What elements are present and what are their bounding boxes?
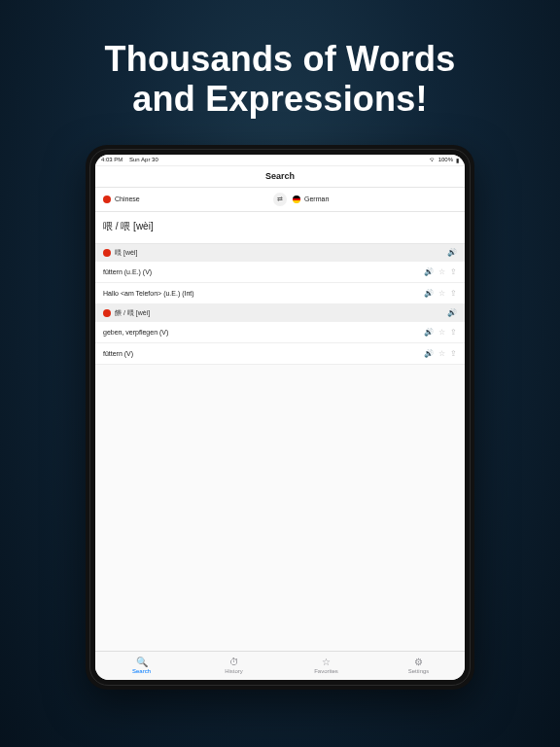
result-text: füttern (V) bbox=[103, 350, 424, 357]
star-icon: ☆ bbox=[322, 658, 331, 667]
app-screen: 4:03 PM Sun Apr 30 ᯤ 100% ▮ Search Chine… bbox=[95, 155, 465, 680]
tab-bar: 🔍 Search ⏱ History ☆ Favorites ⚙ Setting… bbox=[95, 651, 465, 680]
speaker-icon[interactable]: 🔊 bbox=[447, 248, 457, 257]
gear-icon: ⚙ bbox=[414, 658, 423, 667]
tab-search[interactable]: 🔍 Search bbox=[95, 652, 188, 680]
result-row[interactable]: geben, verpflegen (V) 🔊 ☆ ⇪ bbox=[95, 322, 465, 343]
star-icon[interactable]: ☆ bbox=[438, 349, 445, 358]
result-row[interactable]: füttern (u.E.) (V) 🔊 ☆ ⇪ bbox=[95, 262, 465, 283]
search-icon: 🔍 bbox=[136, 658, 148, 667]
flag-cn-icon bbox=[103, 309, 111, 317]
speaker-icon[interactable]: 🔊 bbox=[424, 349, 434, 358]
hero-line2: and Expressions! bbox=[29, 79, 531, 119]
section-title: 喂 [wèi] bbox=[115, 248, 137, 258]
lang-to[interactable]: German bbox=[293, 196, 457, 203]
share-icon[interactable]: ⇪ bbox=[450, 349, 457, 358]
result-section-header: 喂 [wèi] 🔊 bbox=[95, 244, 465, 262]
tab-label: Favorites bbox=[314, 668, 338, 674]
result-text: Hallo <am Telefon> (u.E.) (Int) bbox=[103, 290, 424, 297]
status-date: Sun Apr 30 bbox=[129, 157, 158, 162]
share-icon[interactable]: ⇪ bbox=[450, 289, 457, 298]
tab-label: History bbox=[225, 668, 243, 674]
speaker-icon[interactable]: 🔊 bbox=[424, 267, 434, 276]
swap-languages-button[interactable]: ⇄ bbox=[273, 193, 287, 206]
speaker-icon[interactable]: 🔊 bbox=[447, 308, 457, 317]
history-icon: ⏱ bbox=[229, 658, 239, 667]
star-icon[interactable]: ☆ bbox=[438, 267, 445, 276]
tab-label: Search bbox=[132, 668, 151, 674]
lang-to-label: German bbox=[304, 196, 329, 202]
swap-icon: ⇄ bbox=[277, 196, 283, 203]
hero-line1: Thousands of Words bbox=[29, 39, 531, 79]
result-row[interactable]: Hallo <am Telefon> (u.E.) (Int) 🔊 ☆ ⇪ bbox=[95, 283, 465, 304]
battery-icon: ▮ bbox=[456, 157, 459, 163]
wifi-icon: ᯤ bbox=[430, 157, 436, 162]
result-row[interactable]: füttern (V) 🔊 ☆ ⇪ bbox=[95, 343, 465, 365]
results-list: 喂 [wèi] 🔊 füttern (u.E.) (V) 🔊 ☆ ⇪ Hallo… bbox=[95, 244, 465, 651]
result-text: füttern (u.E.) (V) bbox=[103, 268, 424, 275]
tab-history[interactable]: ⏱ History bbox=[188, 652, 280, 680]
speaker-icon[interactable]: 🔊 bbox=[424, 289, 434, 298]
search-term-text: 喂 / 喂 [wèi] bbox=[103, 221, 154, 231]
battery-label: 100% bbox=[438, 157, 453, 162]
result-section-header: 餵 / 喂 [wèi] 🔊 bbox=[95, 304, 465, 322]
share-icon[interactable]: ⇪ bbox=[450, 328, 457, 337]
star-icon[interactable]: ☆ bbox=[438, 289, 445, 298]
lang-from[interactable]: Chinese bbox=[103, 196, 267, 203]
search-input[interactable]: 喂 / 喂 [wèi] bbox=[95, 212, 465, 244]
flag-de-icon bbox=[293, 196, 300, 203]
tablet-frame: 4:03 PM Sun Apr 30 ᯤ 100% ▮ Search Chine… bbox=[86, 145, 474, 690]
share-icon[interactable]: ⇪ bbox=[450, 267, 457, 276]
status-bar: 4:03 PM Sun Apr 30 ᯤ 100% ▮ bbox=[95, 155, 465, 166]
lang-from-label: Chinese bbox=[115, 196, 140, 202]
tab-label: Settings bbox=[408, 668, 430, 674]
language-selector: Chinese ⇄ German bbox=[95, 187, 465, 212]
tab-settings[interactable]: ⚙ Settings bbox=[372, 652, 465, 680]
status-time: 4:03 PM bbox=[101, 157, 122, 162]
section-title: 餵 / 喂 [wèi] bbox=[115, 308, 150, 318]
result-text: geben, verpflegen (V) bbox=[103, 329, 424, 336]
page-title: Search bbox=[95, 166, 465, 187]
hero-title: Thousands of Words and Expressions! bbox=[0, 0, 560, 145]
star-icon[interactable]: ☆ bbox=[438, 328, 445, 337]
tab-favorites[interactable]: ☆ Favorites bbox=[280, 652, 372, 680]
speaker-icon[interactable]: 🔊 bbox=[424, 328, 434, 337]
flag-cn-icon bbox=[103, 249, 111, 257]
flag-cn-icon bbox=[103, 196, 111, 203]
